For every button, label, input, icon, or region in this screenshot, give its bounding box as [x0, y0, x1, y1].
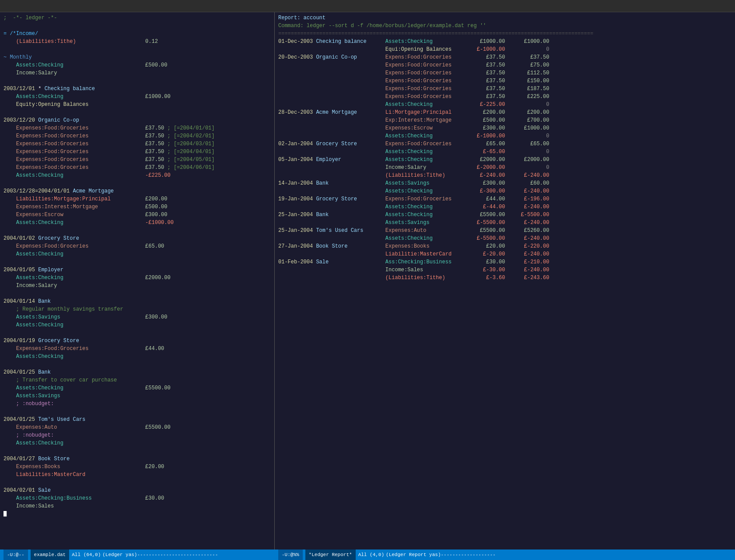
- left-line: Assets:Savings £300.00: [4, 313, 271, 321]
- left-line: 2004/01/14 Bank: [4, 298, 271, 305]
- report-row: 02-Jan-2004 Grocery Store Expens:Food:Gr…: [278, 140, 732, 148]
- left-line: Expenses:Food:Groceries £37.50 ; [=2004/…: [4, 132, 271, 140]
- report-row: Expens:Food:Groceries £37.50 £150.00: [278, 77, 732, 85]
- report-row: Equi:Opening Balances £-1000.00 0: [278, 46, 732, 53]
- left-line: Assets:Checking:Business £30.00: [4, 494, 271, 502]
- left-line: ; :nobudget:: [4, 400, 271, 408]
- report-row: Assets:Checking £-1000.00 0: [278, 132, 732, 140]
- report-row: Assets:Savings £-5500.00 £-240.00: [278, 219, 732, 227]
- left-line: ~ Monthly: [4, 53, 271, 61]
- report-row: 25-Jan-2004 Tom's Used Cars Expenses:Aut…: [278, 227, 732, 234]
- left-line: Assets:Checking -£225.00: [4, 172, 271, 179]
- left-line: 2004/01/27 Book Store: [4, 455, 271, 463]
- left-line: [4, 479, 271, 486]
- report-row: Expenses:Escrow £300.00 £1000.00: [278, 124, 732, 132]
- left-line: [4, 258, 271, 266]
- report-row: Expens:Food:Groceries £37.50 £75.00: [278, 61, 732, 69]
- left-line: [4, 77, 271, 85]
- status-bar-right: -U:@%% *Ledger Report* All (4,0) (Ledger…: [278, 550, 732, 560]
- report-row: Assets:Checking £-44.00 £-240.00: [278, 203, 732, 211]
- left-line: Assets:Savings: [4, 392, 271, 400]
- report-divider: ========================================…: [278, 30, 732, 38]
- report-row: 25-Jan-2004 Bank Assets:Checking £5500.0…: [278, 211, 732, 219]
- left-line: Assets:Checking: [4, 321, 271, 329]
- status-bar: -U:@-- example.dat All (64,0) (Ledger ya…: [0, 550, 735, 560]
- right-position: All (4,0): [358, 552, 384, 557]
- left-line: Expenses:Books £20.00: [4, 463, 271, 471]
- report-row: 28-Dec-2003 Acme Mortgage Li:Mortgage:Pr…: [278, 108, 732, 116]
- left-line: Equity:Opening Balances: [4, 101, 271, 108]
- status-bar-left: -U:@-- example.dat All (64,0) (Ledger ya…: [4, 550, 278, 560]
- left-line: Expenses:Food:Groceries £37.50 ; [=2004/…: [4, 156, 271, 164]
- left-line: ; -*- ledger -*-: [4, 14, 271, 22]
- left-line: Liabilities:MasterCard: [4, 471, 271, 479]
- left-line: Expenses:Auto £5500.00: [4, 424, 271, 431]
- left-line: [4, 290, 271, 298]
- left-line: Assets:Checking £1000.00: [4, 93, 271, 101]
- report-row: 05-Jan-2004 Employer Assets:Checking £20…: [278, 156, 732, 164]
- left-line: [4, 46, 271, 53]
- left-filename: example.dat: [31, 550, 70, 560]
- left-line: Assets:Checking £5500.00: [4, 384, 271, 392]
- left-line: [4, 227, 271, 234]
- left-line: Expenses:Food:Groceries £37.50 ; [=2004/…: [4, 124, 271, 132]
- left-line: ; :nobudget:: [4, 431, 271, 439]
- left-line: Assets:Checking £2000.00: [4, 274, 271, 282]
- left-line: [4, 108, 271, 116]
- report-row: (Liabilities:Tithe) £-3.60 £-243.60: [278, 274, 732, 282]
- left-line: (Liabilities:Tithe) 0.12: [4, 38, 271, 46]
- report-row: Income:Salary £-2000.00 0: [278, 164, 732, 172]
- report-command: Command: ledger --sort d -f /home/borbus…: [278, 22, 732, 30]
- left-line: = /*Income/: [4, 30, 271, 38]
- report-header: Report: account: [278, 14, 732, 22]
- left-line: Assets:Checking £500.00: [4, 61, 271, 69]
- left-line: ; Transfer to cover car purchase: [4, 376, 271, 384]
- report-row: Expens:Food:Groceries £37.50 £225.00: [278, 93, 732, 101]
- report-row: Expens:Food:Groceries £37.50 £112.50: [278, 69, 732, 77]
- report-row: (Liabilities:Tithe) £-240.00 £-240.00: [278, 172, 732, 179]
- left-line: Expenses:Interest:Mortgage £500.00: [4, 203, 271, 211]
- left-line: █: [4, 510, 271, 518]
- left-line: Assets:Checking: [4, 439, 271, 447]
- left-line: 2004/01/25 Bank: [4, 368, 271, 376]
- report-row: Assets:Checking £-225.00 0: [278, 101, 732, 108]
- right-pane[interactable]: Report: accountCommand: ledger --sort d …: [275, 12, 735, 550]
- left-line: 2003/12/20 Organic Co-op: [4, 116, 271, 124]
- left-line: 2004/01/25 Tom's Used Cars: [4, 416, 271, 424]
- right-mode: -U:@%%: [278, 550, 303, 560]
- left-line: Income:Salary: [4, 282, 271, 290]
- left-line: Expenses:Food:Groceries £65.00: [4, 242, 271, 250]
- left-line: Income:Salary: [4, 69, 271, 77]
- report-row: Assets:Checking £-5500.00 £-240.00: [278, 234, 732, 242]
- right-filename: *Ledger Report*: [305, 550, 356, 560]
- left-line: 2004/02/01 Sale: [4, 486, 271, 494]
- left-line: [4, 22, 271, 30]
- left-line: 2003/12/28=2004/01/01 Acme Mortgage: [4, 187, 271, 195]
- left-line: ; Regular monthly savings transfer: [4, 305, 271, 313]
- left-line: [4, 360, 271, 368]
- left-line: 2003/12/01 * Checking balance: [4, 85, 271, 93]
- left-mode-name: (Ledger yas)----------------------------: [102, 552, 218, 557]
- report-row: Income:Sales £-30.00 £-240.00: [278, 266, 732, 274]
- report-row: 01-Feb-2004 Sale Ass:Checking:Business £…: [278, 258, 732, 266]
- left-line: Expenses:Food:Groceries £37.50 ; [=2004/…: [4, 140, 271, 148]
- left-line: Expenses:Food:Groceries £37.50 ; [=2004/…: [4, 164, 271, 172]
- left-line: [4, 408, 271, 416]
- report-row: 27-Jan-2004 Book Store Expenses:Books £2…: [278, 242, 732, 250]
- left-mode: -U:@--: [4, 550, 28, 560]
- report-row: 01-Dec-2003 Checking balance Assets:Chec…: [278, 38, 732, 46]
- title-bar: [0, 0, 735, 12]
- left-line: Expenses:Food:Groceries £37.50 ; [=2004/…: [4, 148, 271, 156]
- report-row: Expens:Food:Groceries £37.50 £187.50: [278, 85, 732, 93]
- left-line: 2004/01/19 Grocery Store: [4, 337, 271, 345]
- left-line: 2004/01/02 Grocery Store: [4, 234, 271, 242]
- left-line: [4, 447, 271, 455]
- right-mode-name: (Ledger Report yas)-------------------: [386, 552, 496, 557]
- left-line: Assets:Checking: [4, 250, 271, 258]
- left-line: Assets:Checking -£1000.00: [4, 219, 271, 227]
- left-line: [4, 329, 271, 337]
- left-pane[interactable]: ; -*- ledger -*- = /*Income/ (Liabilitie…: [0, 12, 275, 550]
- report-row: Assets:Checking £-300.00 £-240.00: [278, 187, 732, 195]
- report-row: Exp:Interest:Mortgage £500.00 £700.00: [278, 116, 732, 124]
- left-line: [4, 179, 271, 187]
